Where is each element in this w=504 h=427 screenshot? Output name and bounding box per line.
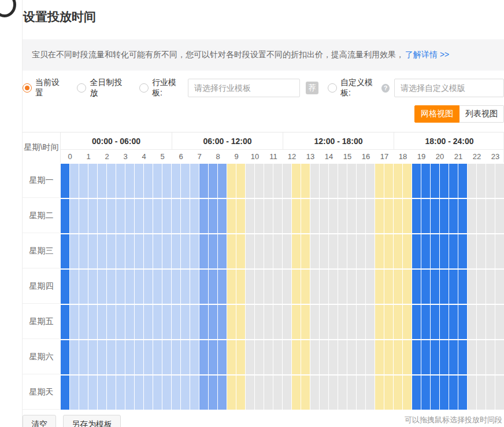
schedule-cell[interactable] xyxy=(218,340,227,374)
schedule-cell[interactable] xyxy=(144,199,153,233)
schedule-cell[interactable] xyxy=(144,270,153,304)
schedule-cell[interactable] xyxy=(458,164,467,198)
schedule-cell[interactable] xyxy=(172,376,180,410)
schedule-cell[interactable] xyxy=(236,164,245,198)
schedule-cell[interactable] xyxy=(98,340,106,374)
schedule-cell[interactable] xyxy=(70,270,79,304)
schedule-cell[interactable] xyxy=(273,234,282,268)
schedule-cell[interactable] xyxy=(449,340,458,374)
schedule-cell[interactable] xyxy=(412,270,421,304)
schedule-cell[interactable] xyxy=(181,199,190,233)
schedule-cell[interactable] xyxy=(310,164,319,198)
schedule-cell[interactable] xyxy=(181,234,190,268)
schedule-cell[interactable] xyxy=(61,305,69,339)
schedule-cell[interactable] xyxy=(394,376,402,410)
schedule-cell[interactable] xyxy=(190,305,199,339)
schedule-cell[interactable] xyxy=(135,305,143,339)
schedule-cell[interactable] xyxy=(181,164,190,198)
schedule-cell[interactable] xyxy=(98,164,106,198)
schedule-cell[interactable] xyxy=(440,199,449,233)
schedule-cell[interactable] xyxy=(292,305,301,339)
schedule-cell[interactable] xyxy=(162,376,171,410)
schedule-cell[interactable] xyxy=(98,199,106,233)
schedule-cell[interactable] xyxy=(477,270,486,304)
schedule-cell[interactable] xyxy=(153,270,162,304)
schedule-cell[interactable] xyxy=(495,234,504,268)
schedule-cell[interactable] xyxy=(264,376,273,410)
schedule-cell[interactable] xyxy=(292,199,301,233)
schedule-cell[interactable] xyxy=(135,376,143,410)
schedule-cell[interactable] xyxy=(384,376,393,410)
schedule-cell[interactable] xyxy=(246,234,254,268)
schedule-cell[interactable] xyxy=(366,270,375,304)
schedule-cell[interactable] xyxy=(98,234,106,268)
schedule-cell[interactable] xyxy=(495,376,504,410)
schedule-cell[interactable] xyxy=(320,340,328,374)
schedule-cell[interactable] xyxy=(199,376,208,410)
schedule-cell[interactable] xyxy=(116,340,125,374)
schedule-cell[interactable] xyxy=(181,305,190,339)
schedule-cell[interactable] xyxy=(357,270,365,304)
schedule-cell[interactable] xyxy=(181,376,190,410)
schedule-cell[interactable] xyxy=(199,199,208,233)
schedule-cell[interactable] xyxy=(292,376,301,410)
schedule-cell[interactable] xyxy=(347,270,356,304)
schedule-cell[interactable] xyxy=(421,340,430,374)
schedule-cell[interactable] xyxy=(153,164,162,198)
help-question-icon[interactable]: ? xyxy=(381,84,390,93)
schedule-cell[interactable] xyxy=(329,340,338,374)
schedule-cell[interactable] xyxy=(301,305,310,339)
schedule-cell[interactable] xyxy=(70,340,79,374)
schedule-cell[interactable] xyxy=(218,164,227,198)
schedule-cell[interactable] xyxy=(495,164,504,198)
schedule-cell[interactable] xyxy=(440,376,449,410)
schedule-cell[interactable] xyxy=(116,234,125,268)
schedule-cell[interactable] xyxy=(412,164,421,198)
schedule-cell[interactable] xyxy=(329,305,338,339)
schedule-cell[interactable] xyxy=(246,376,254,410)
schedule-cell[interactable] xyxy=(264,305,273,339)
schedule-cell[interactable] xyxy=(227,199,236,233)
schedule-cell[interactable] xyxy=(440,234,449,268)
schedule-cell[interactable] xyxy=(107,164,116,198)
learn-more-link[interactable]: 了解详情 >> xyxy=(405,50,449,60)
schedule-cell[interactable] xyxy=(116,199,125,233)
schedule-cell[interactable] xyxy=(209,340,217,374)
schedule-cell[interactable] xyxy=(283,270,291,304)
schedule-cell[interactable] xyxy=(347,340,356,374)
schedule-cell[interactable] xyxy=(125,340,134,374)
schedule-cell[interactable] xyxy=(431,234,439,268)
schedule-cell[interactable] xyxy=(449,376,458,410)
schedule-cell[interactable] xyxy=(301,340,310,374)
schedule-cell[interactable] xyxy=(199,164,208,198)
schedule-cell[interactable] xyxy=(135,234,143,268)
schedule-cell[interactable] xyxy=(403,376,412,410)
schedule-cell[interactable] xyxy=(264,270,273,304)
schedule-cell[interactable] xyxy=(403,270,412,304)
schedule-cell[interactable] xyxy=(440,270,449,304)
schedule-cell[interactable] xyxy=(199,340,208,374)
schedule-cell[interactable] xyxy=(329,199,338,233)
schedule-cell[interactable] xyxy=(107,340,116,374)
schedule-cell[interactable] xyxy=(162,164,171,198)
schedule-cell[interactable] xyxy=(366,164,375,198)
schedule-cell[interactable] xyxy=(98,270,106,304)
schedule-cell[interactable] xyxy=(283,199,291,233)
schedule-cell[interactable] xyxy=(338,270,347,304)
schedule-cell[interactable] xyxy=(162,340,171,374)
schedule-cell[interactable] xyxy=(384,305,393,339)
radio-selected-icon[interactable] xyxy=(23,83,32,93)
schedule-cell[interactable] xyxy=(477,164,486,198)
schedule-cell[interactable] xyxy=(394,234,402,268)
schedule-cell[interactable] xyxy=(375,270,384,304)
schedule-cell[interactable] xyxy=(70,305,79,339)
schedule-cell[interactable] xyxy=(236,270,245,304)
schedule-cell[interactable] xyxy=(79,199,88,233)
schedule-cell[interactable] xyxy=(292,164,301,198)
schedule-cell[interactable] xyxy=(135,270,143,304)
schedule-cell[interactable] xyxy=(458,270,467,304)
schedule-cell[interactable] xyxy=(255,234,264,268)
schedule-cell[interactable] xyxy=(144,340,153,374)
schedule-cell[interactable] xyxy=(190,199,199,233)
schedule-cell[interactable] xyxy=(79,164,88,198)
